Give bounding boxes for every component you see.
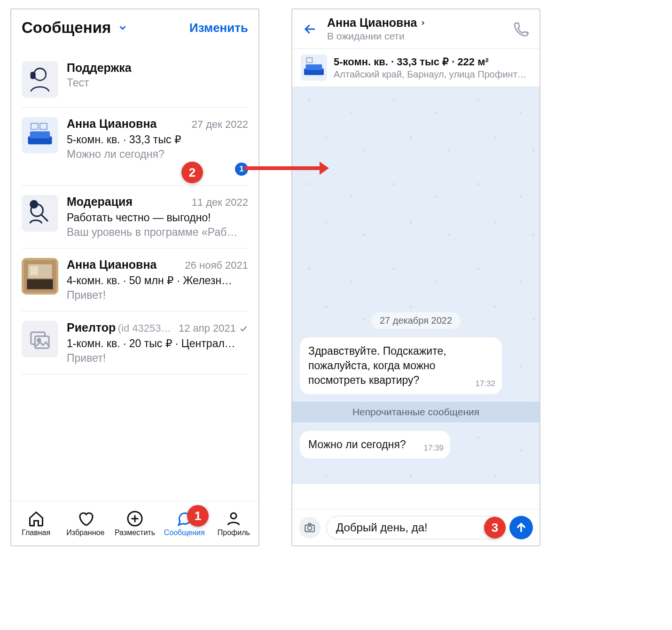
message-incoming[interactable]: Здравствуйте. Подскажите, пожалуйста, ко…: [300, 337, 502, 394]
conversation-list: Поддержка Тест Анна Циановна 27 дек 2022…: [11, 47, 258, 374]
messages-title-dropdown[interactable]: Сообщения: [22, 19, 128, 37]
svg-point-8: [31, 201, 38, 208]
conversation-name: Риелтор: [67, 321, 116, 334]
conversation-subtitle: 4-комн. кв. · 50 млн ₽ · Железн…: [67, 274, 248, 287]
conversation-item-anna-2[interactable]: Анна Циановна 26 нояб 2021 4-комн. кв. ·…: [22, 249, 248, 311]
messages-header: Сообщения Изменить: [11, 9, 258, 47]
phone-icon: [513, 21, 529, 37]
avatar-moderation-icon: [22, 195, 58, 232]
camera-icon: [304, 521, 316, 534]
chevron-right-icon: [420, 20, 426, 26]
svg-line-7: [41, 214, 48, 221]
chat-header: Анна Циановна В ожидании сети: [292, 9, 539, 49]
arrow-left-icon: [303, 22, 317, 36]
profile-icon: [225, 510, 242, 527]
tab-label: Профиль: [218, 529, 250, 537]
tab-home[interactable]: Главная: [13, 510, 60, 537]
messages-title: Сообщения: [22, 19, 111, 37]
listing-title: 5-комн. кв. · 33,3 тыс ₽ · 222 м²: [334, 56, 531, 68]
conversation-name: Анна Циановна: [67, 258, 156, 272]
camera-button[interactable]: [299, 517, 320, 538]
conversation-date-text: 12 апр 2021: [179, 322, 236, 334]
back-button[interactable]: [301, 20, 320, 39]
annotation-arrow: [244, 159, 329, 178]
tab-label: Разместить: [115, 529, 155, 537]
listing-address: Алтайский край, Барнаул, улица Профинтер…: [334, 69, 531, 80]
conversation-preview: Привет!: [67, 352, 248, 365]
tab-label: Главная: [22, 529, 50, 537]
conversation-name: Анна Циановна: [67, 117, 156, 131]
conversation-date: 27 дек 2022: [192, 118, 248, 131]
check-icon: [239, 324, 248, 333]
plus-circle-icon: [126, 510, 143, 527]
avatar-placeholder-icon: [22, 321, 58, 358]
annotation-marker-3: 3: [484, 517, 506, 538]
conversation-subtitle: 1-комн. кв. · 20 тыс ₽ · Централ…: [67, 337, 248, 350]
send-button[interactable]: [509, 516, 533, 539]
conversation-subtitle: Работать честно — выгодно!: [67, 211, 248, 224]
chat-date-separator: 27 декабря 2022: [371, 312, 461, 329]
conversation-item-support[interactable]: Поддержка Тест: [22, 47, 248, 108]
conversation-item-moderation[interactable]: Модерация 11 дек 2022 Работать честно — …: [22, 186, 248, 249]
conversation-preview: Ваш уровень в программе «Раб…: [67, 226, 248, 239]
conversation-subtitle: 5-комн. кв. · 33,3 тыс ₽: [67, 133, 248, 146]
call-button[interactable]: [510, 19, 531, 39]
message-time: 17:39: [423, 443, 444, 454]
avatar-support-icon: [22, 61, 58, 98]
svg-rect-10: [27, 279, 53, 289]
heart-icon: [77, 510, 94, 527]
message-time: 17:32: [475, 379, 495, 389]
message-input-text: Добрый день, да!: [336, 521, 428, 534]
listing-thumb-icon: [301, 54, 327, 81]
conversation-name: Модерация: [67, 195, 133, 209]
conversation-name: Поддержка: [67, 61, 132, 75]
conversation-date: 12 апр 2021: [179, 322, 248, 334]
svg-rect-22: [306, 64, 322, 70]
listing-summary[interactable]: 5-комн. кв. · 33,3 тыс ₽ · 222 м² Алтайс…: [292, 49, 539, 87]
tab-favorites[interactable]: Избранное: [62, 510, 109, 537]
conversation-preview: Можно ли сегодня?: [67, 148, 248, 161]
svg-point-25: [308, 526, 312, 530]
tab-label: Сообщения: [164, 529, 205, 537]
avatar-room-photo: [22, 258, 58, 295]
conversation-id: (id 43253…: [118, 322, 172, 334]
conversation-item-realtor[interactable]: Риелтор (id 43253… 12 апр 2021 1-комн. к…: [22, 311, 248, 374]
annotation-marker-1: 1: [187, 505, 209, 527]
svg-rect-1: [31, 72, 35, 78]
svg-rect-3: [30, 132, 50, 139]
message-input[interactable]: Добрый день, да!: [326, 516, 504, 539]
tab-label: Избранное: [66, 529, 104, 537]
conversation-preview: Привет!: [67, 289, 248, 302]
svg-rect-12: [30, 266, 38, 275]
unread-separator: Непрочитанные сообщения: [292, 402, 539, 422]
conversation-date: 26 нояб 2021: [185, 259, 248, 272]
arrow-up-icon: [515, 521, 528, 534]
tab-post[interactable]: Разместить: [111, 510, 158, 537]
bottom-tab-bar: Главная Избранное Разместить Сообщения П…: [11, 501, 258, 545]
conversation-date: 11 дек 2022: [192, 196, 248, 209]
svg-rect-5: [40, 124, 47, 130]
chat-contact-name: Анна Циановна: [327, 16, 417, 30]
message-text: Можно ли сегодня?: [308, 438, 406, 451]
chat-status: В ожидании сети: [327, 31, 503, 42]
message-text: Здравствуйте. Подскажите, пожалуйста, ко…: [308, 345, 446, 386]
svg-point-19: [231, 513, 236, 519]
svg-marker-28: [320, 162, 329, 175]
message-incoming[interactable]: Можно ли сегодня? 17:39: [300, 431, 450, 459]
chat-messages-area[interactable]: 27 декабря 2022 Здравствуйте. Подскажите…: [292, 87, 539, 484]
edit-button[interactable]: Изменить: [189, 21, 248, 35]
chat-screen: Анна Циановна В ожидании сети 5-комн. кв…: [291, 8, 540, 546]
messages-screen: Сообщения Изменить Поддержка Тест: [10, 8, 259, 546]
avatar-listing-icon: [22, 117, 58, 154]
conversation-preview: Тест: [67, 77, 248, 89]
tab-profile[interactable]: Профиль: [210, 510, 257, 537]
chevron-down-icon: [117, 23, 128, 33]
annotation-marker-2: 2: [181, 162, 203, 183]
conversation-item-anna-1[interactable]: Анна Циановна 27 дек 2022 5-комн. кв. · …: [22, 108, 248, 186]
svg-rect-23: [306, 58, 312, 63]
chat-title-block[interactable]: Анна Циановна В ожидании сети: [327, 16, 503, 42]
home-icon: [28, 510, 45, 527]
svg-rect-4: [31, 124, 38, 130]
